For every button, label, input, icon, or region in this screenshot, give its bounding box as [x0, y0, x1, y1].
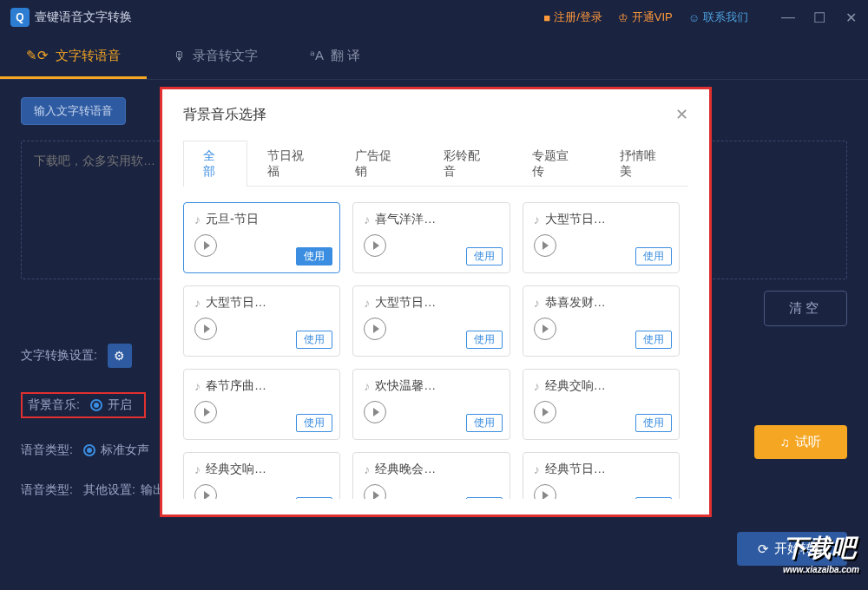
modal-tab-5[interactable]: 抒情唯美	[600, 141, 688, 187]
vip-label: 开通VIP	[632, 10, 673, 25]
use-button[interactable]: 使用	[635, 331, 672, 349]
convert-icon: ⟳	[758, 541, 769, 557]
modal-tab-1[interactable]: 节日祝福	[247, 141, 336, 187]
play-button[interactable]	[194, 401, 217, 423]
minimize-button[interactable]: —	[781, 10, 795, 24]
music-name-row: ♪ 经典晚会…	[364, 462, 498, 477]
music-card[interactable]: ♪ 大型节日… 使用	[183, 285, 340, 357]
music-note-icon: ♪	[364, 462, 370, 476]
play-button[interactable]	[364, 318, 386, 340]
music-note-icon: ♪	[364, 296, 370, 310]
use-button[interactable]: 使用	[635, 497, 672, 499]
bgm-radio-on[interactable]	[90, 399, 102, 411]
close-button[interactable]: ✕	[844, 10, 858, 24]
use-button[interactable]: 使用	[466, 414, 503, 432]
music-title: 元旦-节日	[206, 212, 259, 227]
music-note-icon: ♪	[534, 296, 540, 310]
gear-button[interactable]: ⚙	[108, 344, 132, 368]
modal-close-button[interactable]: ✕	[675, 105, 688, 124]
modal-tab-3[interactable]: 彩铃配音	[424, 141, 512, 187]
input-text-button[interactable]: 输入文字转语音	[21, 97, 126, 125]
modal-tab-0[interactable]: 全部	[183, 141, 247, 187]
modal-inner: 背景音乐选择 ✕ 全部节日祝福广告促销彩铃配音专题宣传抒情唯美 ♪ 元旦-节日 …	[162, 89, 709, 515]
use-button[interactable]: 使用	[296, 414, 332, 432]
modal-tab-2[interactable]: 广告促销	[335, 141, 424, 187]
music-name-row: ♪ 大型节日…	[194, 295, 329, 311]
modal-tab-4[interactable]: 专题宣传	[512, 141, 601, 187]
tab-translate[interactable]: ᵃA翻 译	[284, 35, 386, 79]
tab-speech-to-text[interactable]: 🎙录音转文字	[147, 35, 284, 79]
convert-button[interactable]: ⟳开始转换	[737, 532, 847, 566]
music-note-icon: ♪	[534, 462, 540, 476]
vip-link[interactable]: ♔ 开通VIP	[618, 10, 673, 25]
play-button[interactable]	[194, 484, 217, 499]
clear-button[interactable]: 清空	[764, 291, 847, 326]
music-card[interactable]: ♪ 经典晚会… 使用	[352, 452, 510, 499]
tts-icon: ✎⟳	[26, 48, 49, 63]
play-button[interactable]	[194, 234, 217, 257]
contact-label: 联系我们	[703, 10, 748, 25]
modal-tabs: 全部节日祝福广告促销彩铃配音专题宣传抒情唯美	[183, 140, 688, 187]
play-button[interactable]	[194, 318, 217, 340]
bgm-modal: 背景音乐选择 ✕ 全部节日祝福广告促销彩铃配音专题宣传抒情唯美 ♪ 元旦-节日 …	[160, 87, 712, 517]
logo-area: Q 壹键语音文字转换	[10, 8, 132, 27]
music-title: 经典晚会…	[375, 462, 436, 477]
music-card[interactable]: ♪ 经典交响… 使用	[523, 369, 680, 440]
translate-icon: ᵃA	[310, 48, 324, 63]
use-button[interactable]: 使用	[635, 414, 672, 432]
tab-label: 翻 译	[331, 48, 360, 64]
music-note-icon: ♪	[194, 462, 201, 476]
preview-button[interactable]: ♫试听	[754, 425, 847, 459]
music-card[interactable]: ♪ 喜气洋洋… 使用	[352, 202, 510, 273]
play-icon	[373, 324, 379, 333]
music-name-row: ♪ 春节序曲…	[194, 378, 329, 394]
music-grid[interactable]: ♪ 元旦-节日 使用 ♪ 喜气洋洋… 使用 ♪ 大型节日… 使用 ♪ 大型节日……	[183, 202, 688, 499]
other-label: 语音类型:	[21, 482, 73, 498]
tab-text-to-speech[interactable]: ✎⟳文字转语音	[0, 35, 147, 79]
convert-settings-label: 文字转换设置:	[21, 348, 97, 364]
play-button[interactable]	[364, 484, 386, 499]
music-note-icon: ♪	[534, 379, 540, 393]
play-icon	[542, 408, 549, 416]
music-card[interactable]: ♪ 欢快温馨… 使用	[352, 369, 510, 440]
use-button[interactable]: 使用	[635, 247, 672, 266]
use-button[interactable]: 使用	[466, 497, 503, 499]
mic-icon: 🎙	[173, 49, 186, 63]
music-card[interactable]: ♪ 元旦-节日 使用	[183, 202, 340, 273]
music-card[interactable]: ♪ 春节序曲… 使用	[183, 369, 340, 440]
music-card[interactable]: ♪ 大型节日… 使用	[352, 285, 510, 357]
music-name-row: ♪ 元旦-节日	[194, 212, 329, 227]
use-button[interactable]: 使用	[466, 247, 503, 266]
header-actions: ■ 注册/登录 ♔ 开通VIP ☺ 联系我们 — ☐ ✕	[543, 10, 858, 25]
music-name-row: ♪ 欢快温馨…	[364, 378, 498, 394]
play-button[interactable]	[534, 401, 556, 423]
voice-type-value: 标准女声	[101, 442, 149, 458]
music-title: 经典交响…	[545, 378, 606, 394]
play-icon	[204, 241, 210, 250]
music-card[interactable]: ♪ 经典节日… 使用	[523, 452, 680, 499]
play-button[interactable]	[534, 318, 556, 340]
convert-label: 开始转换	[774, 541, 826, 557]
headphone-icon: ♫	[780, 435, 790, 449]
use-button[interactable]: 使用	[466, 331, 503, 349]
play-button[interactable]	[364, 234, 386, 257]
play-button[interactable]	[534, 484, 556, 499]
tab-label: 录音转文字	[193, 48, 258, 64]
login-link[interactable]: ■ 注册/登录	[543, 10, 602, 25]
music-card[interactable]: ♪ 大型节日… 使用	[523, 202, 680, 273]
play-icon	[542, 241, 549, 250]
music-card[interactable]: ♪ 经典交响… 使用	[183, 452, 340, 499]
play-button[interactable]	[534, 234, 556, 257]
voice-radio[interactable]	[83, 444, 95, 456]
gear-icon: ⚙	[114, 349, 125, 363]
contact-link[interactable]: ☺ 联系我们	[688, 10, 748, 25]
music-title: 春节序曲…	[206, 378, 266, 394]
music-name-row: ♪ 经典交响…	[194, 462, 329, 477]
use-button[interactable]: 使用	[296, 247, 332, 266]
music-card[interactable]: ♪ 恭喜发财… 使用	[523, 285, 680, 357]
use-button[interactable]: 使用	[296, 331, 332, 349]
play-icon	[542, 324, 549, 333]
maximize-button[interactable]: ☐	[812, 10, 826, 24]
use-button[interactable]: 使用	[296, 497, 332, 499]
play-button[interactable]	[364, 401, 386, 423]
